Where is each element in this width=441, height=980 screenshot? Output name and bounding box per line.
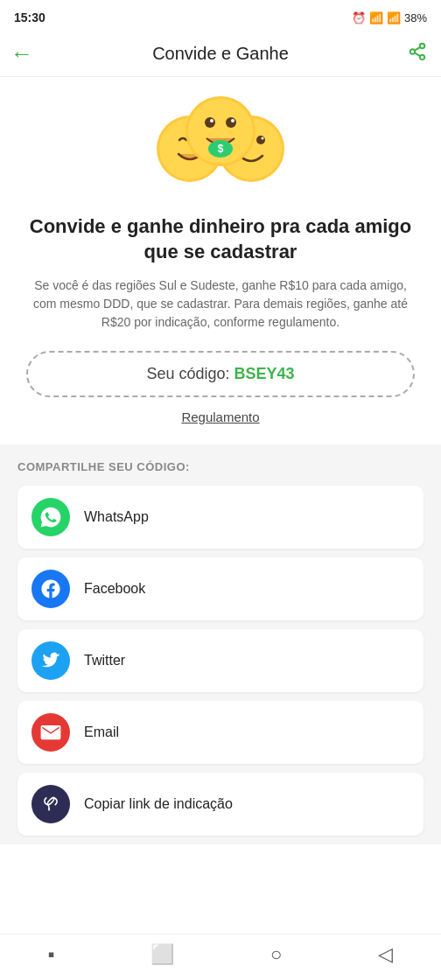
bottom-nav: ▪ ⬜ ○ ◁	[0, 934, 441, 980]
email-button[interactable]: Email	[18, 701, 424, 764]
main-desc: Se você é das regiões Sul e Sudeste, gan…	[26, 276, 415, 332]
top-bar: ← Convide e Ganhe	[0, 32, 441, 77]
emoji-group: $	[26, 94, 415, 200]
copy-link-button[interactable]: Copiar link de indicação	[18, 773, 424, 836]
svg-point-17	[205, 117, 215, 128]
copy-link-label: Copiar link de indicação	[84, 796, 233, 812]
facebook-icon	[32, 570, 70, 608]
code-box: Seu código: BSEY43	[26, 351, 415, 397]
svg-point-14	[262, 137, 264, 140]
email-icon	[32, 713, 70, 752]
main-content: $ Convide e ganhe dinheiro pra cada amig…	[0, 77, 441, 425]
page-title: Convide e Ganhe	[152, 44, 289, 64]
status-bar: 15:30 ⏰ 📶 📶 38%	[0, 0, 441, 32]
code-value: BSEY43	[234, 365, 295, 382]
share-buttons: WhatsApp Facebook Twitter	[18, 486, 424, 836]
share-label: COMPARTILHE SEU CÓDIGO:	[18, 460, 424, 473]
regulamento-link[interactable]: Regulamento	[181, 410, 259, 424]
copy-link-icon	[32, 785, 70, 823]
svg-line-4	[415, 46, 420, 50]
nav-home-icon[interactable]: ⬜	[150, 943, 174, 966]
svg-point-18	[210, 119, 214, 122]
status-icons: ⏰ 📶 📶 38%	[352, 11, 427, 24]
share-button[interactable]	[408, 42, 427, 66]
back-button[interactable]: ←	[10, 40, 33, 67]
code-label: Seu código:	[146, 365, 229, 382]
whatsapp-label: WhatsApp	[84, 509, 149, 525]
nav-square-icon: ▪	[48, 943, 55, 966]
svg-line-3	[415, 52, 420, 56]
share-section: COMPARTILHE SEU CÓDIGO: WhatsApp Faceboo…	[0, 444, 441, 844]
svg-point-13	[256, 136, 265, 144]
twitter-icon	[32, 641, 70, 680]
nav-circle-icon[interactable]: ○	[270, 943, 282, 966]
svg-point-20	[231, 119, 234, 122]
whatsapp-button[interactable]: WhatsApp	[18, 486, 424, 549]
whatsapp-icon	[32, 498, 70, 536]
twitter-label: Twitter	[84, 653, 125, 668]
status-time: 15:30	[14, 10, 46, 24]
wifi-icon: 📶	[369, 11, 383, 24]
alarm-icon: ⏰	[352, 11, 366, 24]
email-label: Email	[84, 724, 119, 740]
signal-icon: 📶	[387, 11, 401, 24]
main-title: Convide e ganhe dinheiro pra cada amigo …	[26, 214, 415, 264]
facebook-button[interactable]: Facebook	[18, 557, 424, 620]
battery-icon: 38%	[404, 11, 427, 24]
twitter-button[interactable]: Twitter	[18, 629, 424, 692]
svg-point-19	[226, 117, 236, 128]
nav-back-icon[interactable]: ◁	[378, 943, 393, 966]
svg-text:$: $	[218, 143, 224, 155]
facebook-label: Facebook	[84, 581, 145, 597]
